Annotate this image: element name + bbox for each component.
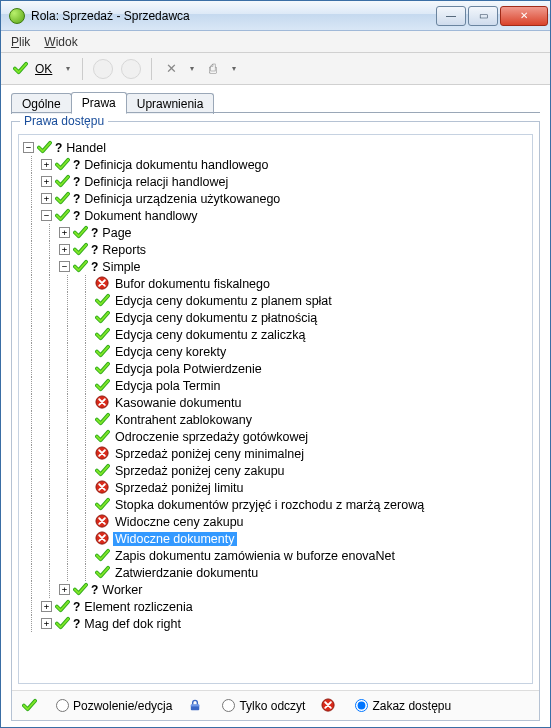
tree-node[interactable]: +?Definicja urządzenia użytkowanego	[23, 190, 530, 207]
deny-icon	[95, 480, 110, 495]
tab-general[interactable]: Ogólne	[11, 93, 72, 114]
nav-forward-button[interactable]	[121, 59, 141, 79]
tree-node[interactable]: +?Definicja dokumentu handlowego	[23, 156, 530, 173]
ok-dropdown[interactable]: ▾	[64, 64, 72, 73]
tools-dropdown[interactable]: ▾	[188, 64, 196, 73]
allow-icon	[95, 310, 110, 325]
allow-icon	[95, 361, 110, 376]
tree-node[interactable]: Kasowanie dokumentu	[23, 394, 530, 411]
expander[interactable]: +	[59, 227, 70, 238]
tree-node[interactable]: Zapis dokumentu zamówienia w buforze eno…	[23, 547, 530, 564]
tree-node[interactable]: Widoczne ceny zakupu	[23, 513, 530, 530]
tree-node[interactable]: +?Worker	[23, 581, 530, 598]
tree-node[interactable]: Sprzedaż poniżej limitu	[23, 479, 530, 496]
nav-back-button[interactable]	[93, 59, 113, 79]
tree-label: Zatwierdzanie dokumentu	[113, 566, 260, 580]
tree-label: Widoczne dokumenty	[113, 532, 237, 546]
group-title: Prawa dostępu	[20, 114, 108, 128]
tree-node[interactable]: −?Simple	[23, 258, 530, 275]
tools-icon[interactable]: ✕	[162, 60, 180, 78]
tree-node[interactable]: −?Handel	[23, 139, 530, 156]
tree-label: Sprzedaż poniżej ceny zakupu	[113, 464, 287, 478]
qmark-icon: ?	[73, 192, 80, 206]
expander[interactable]: −	[41, 210, 52, 221]
expander[interactable]: +	[41, 193, 52, 204]
tree-node[interactable]: +?Page	[23, 224, 530, 241]
allow-icon	[73, 582, 88, 597]
close-button[interactable]: ✕	[500, 6, 548, 26]
menu-file[interactable]: Plik	[11, 35, 30, 49]
radio-readonly[interactable]: Tylko odczyt	[222, 699, 305, 713]
print-icon[interactable]: ⎙	[204, 60, 222, 78]
tree-node[interactable]: Edycja ceny korekty	[23, 343, 530, 360]
radio-deny[interactable]: Zakaz dostępu	[355, 699, 451, 713]
allow-icon	[95, 293, 110, 308]
minimize-button[interactable]: —	[436, 6, 466, 26]
deny-icon	[95, 276, 110, 291]
expander[interactable]: +	[59, 584, 70, 595]
tree-node[interactable]: Bufor dokumentu fiskalnego	[23, 275, 530, 292]
allow-icon	[95, 463, 110, 478]
radio-allow[interactable]: Pozwolenie/edycja	[56, 699, 172, 713]
tree-label: Definicja relacji handlowej	[82, 175, 230, 189]
ok-button[interactable]: OK	[9, 59, 56, 78]
tree-label: Edycja pola Potwierdzenie	[113, 362, 264, 376]
allow-icon	[95, 497, 110, 512]
tree-label: Stopka dokumentów przyjęć i rozchodu z m…	[113, 498, 426, 512]
allow-icon	[95, 429, 110, 444]
expander[interactable]: −	[23, 142, 34, 153]
qmark-icon: ?	[73, 617, 80, 631]
lock-icon	[188, 698, 203, 713]
maximize-button[interactable]: ▭	[468, 6, 498, 26]
tree-node[interactable]: +?Reports	[23, 241, 530, 258]
expander[interactable]: +	[41, 176, 52, 187]
tree-label: Edycja ceny dokumentu z planem spłat	[113, 294, 334, 308]
tree-label: Edycja ceny dokumentu z płatnością	[113, 311, 319, 325]
check-icon	[13, 61, 28, 76]
permissions-tree: −?Handel+?Definicja dokumentu handlowego…	[19, 135, 532, 636]
menu-view[interactable]: Widok	[44, 35, 77, 49]
tree-label: Edycja pola Termin	[113, 379, 222, 393]
allow-icon	[95, 412, 110, 427]
expander[interactable]: +	[41, 159, 52, 170]
tree-node[interactable]: Edycja ceny dokumentu z planem spłat	[23, 292, 530, 309]
tab-rights[interactable]: Prawa	[71, 92, 127, 114]
tree-node[interactable]: Kontrahent zablokowany	[23, 411, 530, 428]
tree-node[interactable]: +?Definicja relacji handlowej	[23, 173, 530, 190]
qmark-icon: ?	[73, 158, 80, 172]
tree-node[interactable]: Sprzedaż poniżej ceny zakupu	[23, 462, 530, 479]
tree-node[interactable]: Widoczne dokumenty	[23, 530, 530, 547]
tree-label: Dokument handlowy	[82, 209, 199, 223]
allow-icon	[73, 242, 88, 257]
tree-label: Widoczne ceny zakupu	[113, 515, 246, 529]
tree-node[interactable]: Edycja pola Termin	[23, 377, 530, 394]
tab-permissions[interactable]: Uprawnienia	[126, 93, 215, 114]
tree-node[interactable]: Edycja ceny dokumentu z zaliczką	[23, 326, 530, 343]
tree-node[interactable]: Sprzedaż poniżej ceny minimalnej	[23, 445, 530, 462]
allow-icon	[95, 344, 110, 359]
tree-scroll[interactable]: −?Handel+?Definicja dokumentu handlowego…	[18, 134, 533, 684]
deny-icon	[95, 395, 110, 410]
expander[interactable]: +	[41, 618, 52, 629]
titlebar[interactable]: Rola: Sprzedaż - Sprzedawca — ▭ ✕	[1, 1, 550, 31]
tree-node[interactable]: Edycja ceny dokumentu z płatnością	[23, 309, 530, 326]
tree-node[interactable]: −?Dokument handlowy	[23, 207, 530, 224]
tree-node[interactable]: Edycja pola Potwierdzenie	[23, 360, 530, 377]
tree-node[interactable]: +?Mag def dok right	[23, 615, 530, 632]
tree-node[interactable]: Odroczenie sprzedaży gotówkowej	[23, 428, 530, 445]
tree-label: Bufor dokumentu fiskalnego	[113, 277, 272, 291]
deny-icon	[95, 531, 110, 546]
allow-icon	[95, 548, 110, 563]
tree-node[interactable]: Stopka dokumentów przyjęć i rozchodu z m…	[23, 496, 530, 513]
expander[interactable]: +	[41, 601, 52, 612]
print-dropdown[interactable]: ▾	[230, 64, 238, 73]
tree-node[interactable]: +?Element rozliczenia	[23, 598, 530, 615]
tree-label: Sprzedaż poniżej limitu	[113, 481, 246, 495]
allow-icon	[55, 616, 70, 631]
qmark-icon: ?	[55, 141, 62, 155]
qmark-icon: ?	[73, 600, 80, 614]
expander[interactable]: +	[59, 244, 70, 255]
tree-node[interactable]: Zatwierdzanie dokumentu	[23, 564, 530, 581]
tree-label: Edycja ceny dokumentu z zaliczką	[113, 328, 307, 342]
expander[interactable]: −	[59, 261, 70, 272]
